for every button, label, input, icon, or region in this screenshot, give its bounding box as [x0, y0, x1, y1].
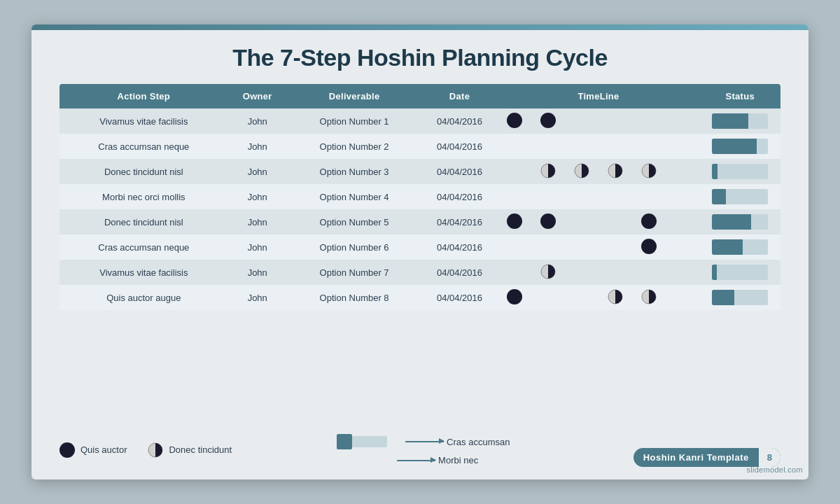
status-cell [699, 184, 780, 209]
table-cell: 04/04/2016 [421, 134, 497, 159]
table-cell: 04/04/2016 [421, 209, 497, 234]
top-accent-bar [31, 24, 808, 30]
table-cell: Vivamus vitae facilisis [59, 260, 228, 285]
table-header-row: Action Step Owner Deliverable Date TimeL… [59, 84, 780, 108]
table-cell: Quis auctor augue [59, 285, 228, 310]
timeline-cell [632, 234, 666, 260]
table-cell: John [228, 159, 287, 184]
timeline-cell [565, 159, 598, 184]
timeline-cell [498, 260, 531, 285]
legend-half-circle: Donec tincidunt [148, 442, 232, 458]
timeline-cell [632, 260, 666, 285]
legend-half-circle-icon [148, 442, 163, 458]
timeline-cell [666, 159, 699, 184]
table-cell: Cras accumsan neque [59, 134, 228, 159]
col-status: Status [699, 84, 780, 108]
timeline-cell [565, 234, 598, 260]
table-cell: 04/04/2016 [421, 234, 497, 260]
legend-bar-dark-icon [337, 434, 352, 449]
table-body: Vivamus vitae facilisisJohnOption Number… [59, 108, 780, 310]
timeline-cell [565, 209, 598, 234]
timeline-cell [632, 108, 666, 134]
legend-half-label: Donec tincidunt [169, 444, 232, 455]
slidemodel-credit: slidemodel.com [746, 465, 808, 474]
table-row: Donec tincidunt nislJohnOption Number 30… [59, 159, 780, 184]
table-row: Cras accumsan nequeJohnOption Number 604… [59, 234, 780, 260]
timeline-cell [565, 260, 598, 285]
table-wrapper: Action Step Owner Deliverable Date TimeL… [59, 84, 780, 421]
timeline-cell [598, 285, 632, 310]
timeline-cell [632, 285, 666, 310]
legend-bar-light-row: Morbi nec [337, 455, 510, 465]
table-cell: Morbi nec orci mollis [59, 184, 228, 209]
table-cell: 04/04/2016 [421, 159, 497, 184]
status-cell [699, 260, 780, 285]
status-cell [699, 159, 780, 184]
table-cell: Option Number 4 [287, 184, 422, 209]
timeline-cell [598, 209, 632, 234]
timeline-cell [598, 159, 632, 184]
timeline-cell [666, 184, 699, 209]
timeline-cell [666, 134, 699, 159]
slide-title: The 7-Step Hoshin Planning Cycle [59, 44, 780, 71]
col-action-step: Action Step [59, 84, 228, 108]
timeline-cell [632, 184, 666, 209]
table-cell: John [228, 234, 287, 260]
table-cell: Donec tincidunt nisl [59, 159, 228, 184]
table-cell: John [228, 184, 287, 209]
timeline-cell [531, 184, 565, 209]
col-date: Date [421, 84, 497, 108]
timeline-cell [498, 184, 531, 209]
table-row: Morbi nec orci mollisJohnOption Number 4… [59, 184, 780, 209]
table-cell: Option Number 7 [287, 260, 422, 285]
legend-bar-light-label: Morbi nec [438, 455, 478, 465]
timeline-cell [666, 234, 699, 260]
table-row: Vivamus vitae facilisisJohnOption Number… [59, 260, 780, 285]
col-owner: Owner [228, 84, 287, 108]
table-cell: John [228, 108, 287, 134]
timeline-cell [531, 159, 565, 184]
timeline-cell [498, 234, 531, 260]
brand-badge: Hoshin Kanri Template 8 [634, 448, 780, 467]
table-cell: 04/04/2016 [421, 108, 497, 134]
timeline-cell [565, 285, 598, 310]
table-cell: Option Number 1 [287, 108, 422, 134]
table-cell: John [228, 209, 287, 234]
timeline-cell [565, 134, 598, 159]
table-row: Donec tincidunt nislJohnOption Number 50… [59, 209, 780, 234]
timeline-cell [632, 209, 666, 234]
table-row: Cras accumsan nequeJohnOption Number 204… [59, 134, 780, 159]
legend-bar-dark-row: Cras accumsan [337, 434, 510, 449]
table-row: Quis auctor augueJohnOption Number 804/0… [59, 285, 780, 310]
brand-badge-text: Hoshin Kanri Template [634, 448, 759, 467]
timeline-cell [666, 260, 699, 285]
table-cell: Option Number 5 [287, 209, 422, 234]
status-cell [699, 234, 780, 260]
legend-full-circle: Quis auctor [59, 442, 127, 458]
timeline-cell [598, 134, 632, 159]
table-cell: John [228, 260, 287, 285]
table-cell: Option Number 3 [287, 159, 422, 184]
legend-bars: Cras accumsan Morbi nec [337, 434, 510, 465]
legend-bar-dark-label: Cras accumsan [447, 437, 510, 447]
timeline-cell [531, 285, 565, 310]
timeline-cell [531, 234, 565, 260]
legend-bar-light-icon [352, 436, 387, 447]
table-cell: 04/04/2016 [421, 184, 497, 209]
hoshin-table: Action Step Owner Deliverable Date TimeL… [59, 84, 780, 310]
col-deliverable: Deliverable [287, 84, 422, 108]
timeline-cell [632, 159, 666, 184]
status-cell [699, 108, 780, 134]
table-cell: Option Number 6 [287, 234, 422, 260]
timeline-cell [531, 209, 565, 234]
legend-full-label: Quis auctor [80, 444, 127, 455]
table-cell: John [228, 285, 287, 310]
timeline-cell [666, 285, 699, 310]
table-cell: Option Number 2 [287, 134, 422, 159]
timeline-cell [498, 285, 531, 310]
timeline-cell [498, 159, 531, 184]
timeline-cell [565, 184, 598, 209]
brand-badge-number: 8 [759, 448, 780, 467]
timeline-cell [498, 108, 531, 134]
timeline-cell [632, 134, 666, 159]
